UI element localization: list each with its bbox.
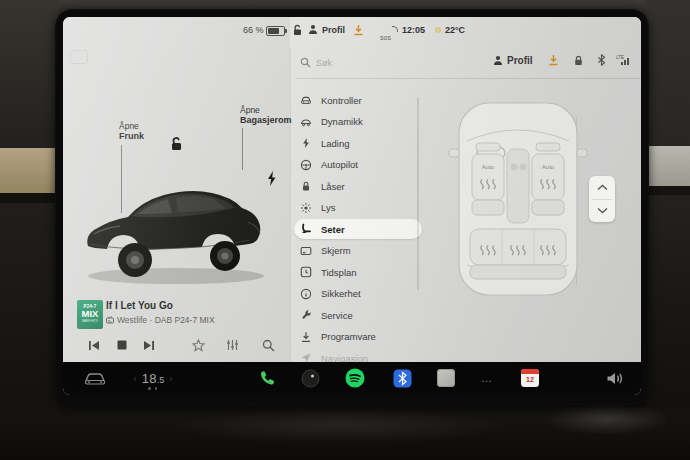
lock-icon: [300, 180, 312, 192]
settings-menu-item-service[interactable]: Service: [294, 305, 422, 325]
clock-time: 12:05: [402, 25, 425, 35]
mirror-left: [449, 149, 459, 157]
settings-menu-item-label: Skjerm: [321, 245, 351, 256]
settings-profile-label: Profil: [507, 55, 533, 66]
shield-info-icon: [300, 288, 312, 300]
floor-highlight: [548, 404, 666, 434]
lte-signal-icon: LTE: [616, 54, 632, 66]
person-icon: [493, 55, 503, 66]
sos-indicator: sos: [380, 26, 398, 44]
settings-menu-item-lading[interactable]: Lading: [294, 133, 422, 153]
climate-temperature-control[interactable]: ‹ 18.5 ›: [123, 367, 183, 389]
favorite-star-button[interactable]: [187, 337, 209, 353]
phone-app-icon[interactable]: [256, 367, 278, 389]
battery-icon: [266, 26, 287, 36]
spotify-app-icon[interactable]: [344, 367, 366, 389]
media-search-button[interactable]: [257, 337, 279, 353]
car-settings-dock-icon[interactable]: [83, 367, 107, 389]
car-dynamics-icon: [300, 116, 312, 128]
open-trunk-button[interactable]: ÅpneBagasjerom: [240, 105, 292, 126]
temp-down-arrow-icon: ‹: [133, 373, 136, 384]
bluetooth-status-icon[interactable]: [597, 54, 606, 66]
volume-icon[interactable]: [603, 367, 627, 389]
wall-right: [646, 0, 690, 460]
software-update-icon[interactable]: [353, 24, 364, 36]
header-software-update-icon[interactable]: [548, 54, 559, 66]
settings-menu-item-programvare[interactable]: Programvare: [294, 327, 422, 347]
shelf-left-shadow: [0, 193, 58, 203]
seat-diagram: Auto Auto: [447, 97, 589, 302]
mirror-right: [577, 149, 587, 157]
media-app-icon[interactable]: [299, 367, 321, 389]
settings-menu-item-label: Seter: [321, 224, 345, 235]
stop-button[interactable]: [111, 337, 133, 353]
settings-menu-item-skjerm[interactable]: Skjerm: [294, 241, 422, 261]
settings-menu-item-lys[interactable]: Lys: [294, 198, 422, 218]
settings-menu-item-kontroller[interactable]: Kontroller: [294, 90, 422, 110]
more-apps-button[interactable]: …: [475, 367, 499, 389]
settings-menu-item-laser[interactable]: Låser: [294, 176, 422, 196]
seat-heater-rear-bench[interactable]: [470, 229, 566, 279]
steering-wheel-icon: [300, 159, 312, 171]
track-title[interactable]: If I Let You Go: [106, 300, 173, 311]
previous-track-button[interactable]: [83, 337, 105, 353]
settings-menu-item-label: Tidsplan: [321, 267, 357, 278]
car-controls-icon: [300, 94, 312, 106]
status-profile-label: Profil: [322, 25, 345, 35]
equalizer-button[interactable]: [221, 337, 243, 353]
display-icon: [300, 245, 312, 257]
tesla-touchscreen: 66 % Profil sos 12:05 22°C Søk Profil LT…: [63, 17, 641, 395]
wall-left: [0, 0, 58, 460]
settings-menu-item-seter[interactable]: Seter: [294, 219, 422, 239]
scroll-down-button[interactable]: [589, 200, 615, 223]
track-subtitle: Westlife · DAB P24-7 MIX: [106, 315, 215, 325]
settings-profile-button[interactable]: Profil: [493, 55, 533, 66]
temp-up-arrow-icon: ›: [169, 373, 172, 384]
settings-menu-item-tidsplan[interactable]: Tidsplan: [294, 262, 422, 282]
chevron-down-icon: [597, 207, 608, 214]
shelf-left: [0, 148, 58, 193]
bluetooth-app-icon[interactable]: [391, 367, 413, 389]
download-icon: [300, 331, 312, 343]
seat-page-scroller: [589, 176, 615, 222]
unlocked-icon[interactable]: [169, 136, 184, 151]
settings-menu-item-label: Lys: [321, 202, 335, 213]
search-icon[interactable]: [300, 57, 311, 68]
settings-menu-item-label: Autopilot: [321, 159, 358, 170]
svg-text:Auto: Auto: [482, 164, 495, 170]
panel-divider: [290, 47, 291, 362]
next-track-button[interactable]: [138, 337, 160, 353]
settings-menu-item-label: Kontroller: [321, 95, 362, 106]
faint-indicator-icon: [70, 50, 88, 64]
bolt-icon: [300, 137, 312, 149]
header-lock-icon[interactable]: [574, 55, 583, 66]
settings-menu-item-autopilot[interactable]: Autopilot: [294, 155, 422, 175]
settings-menu-item-dynamikk[interactable]: Dynamikk: [294, 112, 422, 132]
settings-menu-item-label: Sikkerhet: [321, 288, 361, 299]
album-art[interactable]: P24-7 MIX BARE HITS: [77, 300, 103, 329]
search-input[interactable]: Søk: [316, 58, 332, 68]
scroll-up-button[interactable]: [589, 176, 615, 199]
app-dock: ‹ 18.5 › … 12: [63, 362, 641, 395]
settings-menu-item-label: Dynamikk: [321, 116, 363, 127]
calendar-app-icon[interactable]: 12: [519, 367, 541, 389]
shelf-right-shadow: [646, 186, 690, 195]
settings-menu-item-sikkerhet[interactable]: Sikkerhet: [294, 284, 422, 304]
header-divider: [295, 78, 641, 79]
sos-signal-arc-icon: [392, 26, 398, 32]
seat-icon: [300, 223, 312, 235]
settings-menu-item-label: Programvare: [321, 331, 376, 342]
settings-menu-item-label: Service: [321, 310, 353, 321]
radio-icon: [106, 316, 114, 324]
menu-scrollbar[interactable]: [417, 97, 419, 290]
app-icon-generic[interactable]: [435, 367, 457, 389]
shelf-right: [646, 146, 690, 186]
status-profile-button[interactable]: Profil: [308, 24, 345, 35]
light-icon: [300, 202, 312, 214]
lock-status-icon[interactable]: [292, 24, 303, 36]
battery-percent: 66 %: [243, 25, 264, 35]
person-icon: [308, 24, 318, 35]
svg-text:Auto: Auto: [542, 164, 555, 170]
open-frunk-button[interactable]: ÅpneFrunk: [119, 121, 144, 142]
settings-menu-item-label: Låser: [321, 181, 345, 192]
